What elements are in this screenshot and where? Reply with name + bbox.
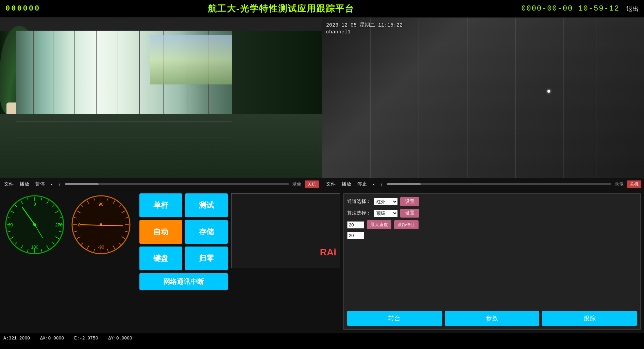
stop-trace-button[interactable]: 跟踪停止 [394,220,419,229]
params-button[interactable]: 参数 [445,311,540,326]
param-input-2[interactable]: 20 [347,232,364,239]
video-panel-right[interactable]: 2023-12-05 星期二 11:15:22 channel1 [322,18,644,178]
svg-text:0: 0 [33,202,36,207]
control-bar-left: 文件 播放 暂停 ‹ › 录像 关机 [0,178,322,190]
control-bars: 文件 播放 暂停 ‹ › 录像 关机 文件 播放 停止 ‹ › 录像 关机 [0,178,644,190]
thermal-scene: 2023-12-05 星期二 11:15:22 channel1 [322,18,644,178]
btn-row-3: 键盘 归零 [139,247,228,270]
status-bar: A:321.2000 ΔX:0.0000 E:-2.0750 ΔY:0.0000 [0,333,644,343]
system-id: 000000 [5,4,40,13]
file-btn-right[interactable]: 文件 [325,180,337,188]
btn-row-network: 网络通讯中断 [139,273,228,290]
svg-text:90: 90 [8,222,13,227]
record-label-left: 录像 [292,181,301,187]
file-btn-left[interactable]: 文件 [3,180,15,188]
svg-text:180: 180 [31,244,38,250]
exit-button[interactable]: 退出 [626,5,639,13]
e-value: E:-2.0750 [74,336,98,341]
play-btn-left[interactable]: 播放 [18,180,31,188]
gauge-section: 0 90 270 180 [3,193,133,330]
channel-label: 通道选择： [347,199,371,205]
lobby-scene [0,18,322,178]
progress-bar-right[interactable] [387,183,611,185]
shutdown-btn-left[interactable]: 关机 [305,180,319,188]
test-button[interactable]: 测试 [185,193,228,217]
status-display: RAi [231,193,340,268]
prev-btn-right[interactable]: ‹ [372,181,376,188]
gauge-azimuth: 0 90 270 180 [3,193,66,256]
btn-row-1: 单杆 测试 [139,193,228,217]
control-bar-right: 文件 播放 停止 ‹ › 录像 关机 [322,178,644,190]
thermal-channel: channel1 [326,29,351,35]
btn-row-2: 自动 存储 [139,220,228,244]
trace-button[interactable]: 跟踪 [542,311,637,326]
next-btn-left[interactable]: › [57,181,62,188]
tracking-point [547,90,550,93]
ay-value: ΔY:0.0000 [108,336,132,341]
app-title: 航工大-光学特性测试应用跟踪平台 [208,3,354,15]
pause-btn-left[interactable]: 暂停 [34,180,46,188]
thermal-timestamp: 2023-12-05 星期二 11:15:22 [326,22,403,28]
gauge-elevation: 90 0 -90 [70,193,133,256]
single-pole-button[interactable]: 单杆 [139,193,182,217]
status-inner: RAi [232,194,340,268]
channel-select[interactable]: 红外 [374,198,397,205]
algo-set-button[interactable]: 设置 [400,209,419,218]
a-value: A:321.2000 [3,336,30,341]
algo-label: 算法选择： [347,210,371,216]
video-panel-left[interactable] [0,18,322,178]
svg-text:-90: -90 [98,244,104,250]
reset-button[interactable]: 归零 [185,247,228,270]
datetime-display: 0000-00-00 10-59-12 [521,4,620,13]
ax-value: ΔX:0.0000 [40,336,64,341]
input-row-2: 20 [347,232,637,239]
input-row-1: 20 最大速度 跟踪停止 [347,220,637,229]
right-settings-panel: 通道选择： 红外 设置 算法选择： 顶级 设置 20 最大速度 跟踪停止 20 … [343,193,641,330]
svg-point-61 [100,223,102,226]
gauge-azimuth-wrapper: 0 90 270 180 [3,193,66,256]
algo-row: 算法选择： 顶级 设置 [347,209,637,218]
keyboard-button[interactable]: 键盘 [139,247,182,270]
header-right: 0000-00-00 10-59-12 退出 [521,4,639,13]
panel-bottom-buttons: 转台 参数 跟踪 [347,311,637,326]
header: 000000 航工大-光学特性测试应用跟踪平台 0000-00-00 10-59… [0,0,644,18]
rai-detection: RAi [320,247,336,258]
record-label-right: 录像 [615,181,624,187]
algo-select[interactable]: 顶级 [374,210,397,217]
svg-text:270: 270 [55,222,63,227]
bottom-panel: 0 90 270 180 [0,190,644,333]
svg-text:90: 90 [99,202,103,207]
auto-button[interactable]: 自动 [139,220,182,244]
param-input-1[interactable]: 20 [347,221,364,228]
control-buttons: 单杆 测试 自动 存储 键盘 归零 网络通讯中断 [139,193,228,330]
channel-set-button[interactable]: 设置 [400,197,419,206]
video-area: 2023-12-05 星期二 11:15:22 channel1 [0,18,644,178]
channel-row: 通道选择： 红外 设置 [347,197,637,206]
turntable-button[interactable]: 转台 [347,311,442,326]
gauge-elevation-wrapper: 90 0 -90 [70,193,133,256]
stop-btn-right[interactable]: 停止 [356,180,368,188]
max-speed-button[interactable]: 最大速度 [367,220,391,229]
store-button[interactable]: 存储 [185,220,228,244]
shutdown-btn-right[interactable]: 关机 [627,180,641,188]
network-interrupt-button[interactable]: 网络通讯中断 [139,273,228,290]
play-btn-right[interactable]: 播放 [340,180,353,188]
progress-bar-left[interactable] [65,183,289,185]
next-btn-right[interactable]: › [379,181,384,188]
svg-point-31 [33,223,36,226]
prev-btn-left[interactable]: ‹ [50,181,54,188]
